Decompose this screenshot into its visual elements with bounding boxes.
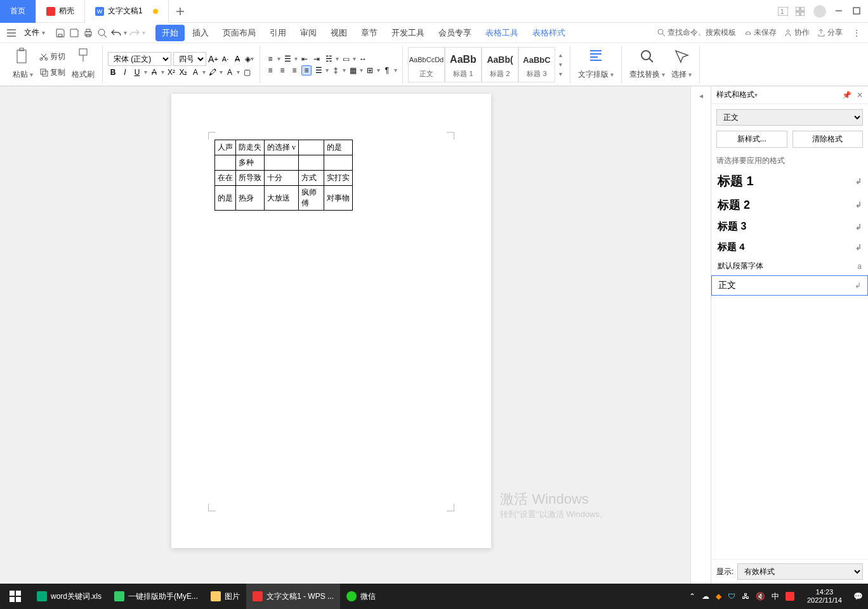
align-center-icon[interactable]: ≡ [277,65,287,75]
paste-icon[interactable] [14,48,32,65]
find-replace-button[interactable]: 查找替换▾ [627,68,667,81]
asian-layout-icon[interactable]: ↔ [358,54,368,64]
taskbar-item-wps[interactable]: 文字文稿1 - WPS ... [246,584,340,609]
style-item-default-font[interactable]: 默认段落字体a [711,257,868,275]
change-case-icon[interactable]: ◈▾ [244,54,254,64]
avatar-icon[interactable] [813,5,826,18]
decrease-font-icon[interactable]: A- [220,54,230,64]
save-as-icon[interactable] [68,27,81,39]
collab-button[interactable]: 协作 [784,27,810,38]
undo-icon[interactable] [110,27,122,39]
italic-icon[interactable]: I [120,67,130,77]
strikethrough-icon[interactable]: A [149,67,159,77]
style-scroll-down-icon[interactable]: ▾ [559,61,562,68]
shading-icon[interactable]: ▦ [348,65,358,75]
text-layout-button[interactable]: 文字排版▾ [575,68,616,81]
menu-reference[interactable]: 引用 [263,25,293,41]
copy-button[interactable]: 复制 [37,66,68,79]
para-icon[interactable]: ¶ [382,65,392,75]
style-scroll-up-icon[interactable]: ▴ [559,51,562,58]
menu-toggle-icon[interactable] [5,27,18,39]
menu-table-tools[interactable]: 表格工具 [479,25,525,41]
taskbar-clock[interactable]: 14:23 2022/11/14 [801,588,848,605]
decrease-indent-icon[interactable]: ⇤ [299,54,310,64]
tray-ime-icon[interactable]: 中 [772,591,779,602]
clear-format-icon[interactable]: A̶ [232,54,242,64]
tab-daoke[interactable]: 稻壳 [36,0,85,23]
menu-view[interactable]: 视图 [324,25,353,41]
share-button[interactable]: 分享 [817,27,843,38]
tab-document[interactable]: W 文字文稿1 [85,0,169,23]
tray-chevron-up-icon[interactable]: ⌃ [689,592,695,601]
style-body[interactable]: AaBbCcDd正文 [408,47,445,82]
style-h1[interactable]: AaBb标题 1 [445,47,482,82]
menu-member[interactable]: 会员专享 [432,25,478,41]
file-menu[interactable]: 文件▾ [19,26,50,39]
tray-sogou-icon[interactable] [786,592,794,601]
tray-shield-icon[interactable]: 🛡 [728,592,735,601]
find-replace-icon[interactable] [638,48,656,65]
pin-icon[interactable]: 📌 [842,91,852,100]
align-right-icon[interactable]: ≡ [289,65,299,75]
style-item-body[interactable]: 正文↲ [711,275,868,296]
more-icon[interactable]: ⋮ [850,29,863,37]
select-icon[interactable] [673,48,690,65]
document-table[interactable]: 人声防走失的选择 v的是 多种 在在所导致十分方式实打实 的是热身大放送疯师傅对… [214,140,353,211]
style-item-h2[interactable]: 标题 2↲ [711,193,868,216]
menu-review[interactable]: 审阅 [294,25,323,41]
tab-home[interactable]: 首页 [0,0,36,23]
layout-icon[interactable]: 1 [778,7,787,16]
menu-chapter[interactable]: 章节 [355,25,384,41]
taskbar-item-pics[interactable]: 图片 [204,584,246,609]
redo-dropdown[interactable]: ▾ [142,29,145,36]
current-style-select[interactable]: 正文 [716,109,863,126]
subscript-icon[interactable]: X₂ [178,67,188,77]
document-area[interactable]: 人声防走失的选择 v的是 多种 在在所导致十分方式实打实 的是热身大放送疯师傅对… [0,86,690,584]
clear-format-button[interactable]: 清除格式 [792,131,864,148]
tray-onedrive-icon[interactable]: ☁ [702,592,709,601]
grid-icon[interactable] [796,7,805,16]
align-justify-icon[interactable]: ≡ [301,65,312,75]
taskbar-item-helper[interactable]: 一键排版助手(MyE... [108,584,204,609]
underline-icon[interactable]: U [132,67,142,77]
menu-insert[interactable]: 插入 [186,25,215,41]
ruler-icon[interactable]: ▭ [341,54,351,64]
print-preview-icon[interactable] [96,27,109,39]
unsaved-status[interactable]: 未保存 [744,27,777,38]
print-icon[interactable] [82,27,95,39]
font-color2-icon[interactable]: A [225,67,235,77]
cut-button[interactable]: 剪切 [37,50,68,63]
menu-table-style[interactable]: 表格样式 [526,25,572,41]
line-spacing-icon[interactable]: ‡ [331,65,341,75]
number-list-icon[interactable]: ☰ [282,54,293,64]
tabs-icon[interactable]: ⊞ [365,65,375,75]
bold-icon[interactable]: B [108,67,118,77]
select-button[interactable]: 选择▾ [669,68,694,81]
bullet-list-icon[interactable]: ≡ [265,54,275,64]
maximize-button[interactable] [853,7,862,16]
style-h2[interactable]: AaBb(标题 2 [482,47,518,82]
close-panel-icon[interactable]: ✕ [857,91,863,100]
align-left-icon[interactable]: ≡ [265,65,275,75]
style-h3[interactable]: AaBbC标题 3 [518,47,555,82]
new-style-button[interactable]: 新样式... [716,131,787,148]
increase-font-icon[interactable]: A+ [208,54,218,64]
style-item-h1[interactable]: 标题 1↲ [711,169,868,193]
show-filter-select[interactable]: 有效样式 [737,563,863,580]
tray-volume-icon[interactable]: 🔇 [756,592,765,601]
format-painter-icon[interactable] [74,48,92,65]
paste-button[interactable]: 粘贴▾ [10,68,36,81]
font-name-select[interactable]: 宋体 (正文) [108,52,171,66]
redo-icon[interactable] [128,27,141,39]
style-item-h3[interactable]: 标题 3↲ [711,216,868,237]
menu-start[interactable]: 开始 [155,25,185,41]
undo-dropdown[interactable]: ▾ [124,29,127,36]
side-expand-icon[interactable]: ◂ [699,91,703,100]
tray-network-icon[interactable]: 🖧 [742,592,749,601]
notification-icon[interactable]: 💬 [848,592,868,601]
taskbar-item-wechat[interactable]: 微信 [340,584,382,609]
text-layout-icon[interactable] [587,48,605,65]
format-painter-button[interactable]: 格式刷 [69,68,97,81]
save-icon[interactable] [54,27,67,39]
highlight-icon[interactable]: 🖍 [207,67,218,77]
